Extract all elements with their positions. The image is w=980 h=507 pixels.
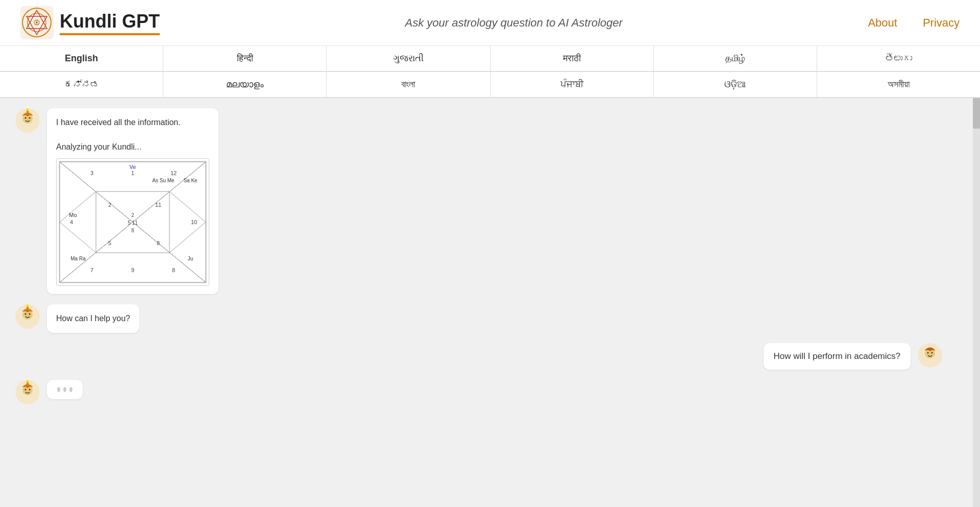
svg-text:1: 1 bbox=[131, 170, 134, 176]
svg-text:5: 5 bbox=[108, 240, 111, 246]
lang-tab-hindi[interactable]: हिन्दी bbox=[163, 46, 327, 71]
svg-text:Mo: Mo bbox=[69, 212, 77, 218]
svg-point-71 bbox=[29, 389, 31, 391]
svg-text:12: 12 bbox=[170, 170, 177, 176]
svg-point-60 bbox=[27, 311, 29, 312]
kundli-chart: 1 12 3 10 4 9 8 7 bbox=[56, 158, 209, 286]
lang-tab-kannada[interactable]: ಕನ್ನಡ bbox=[0, 72, 163, 98]
svg-text:9: 9 bbox=[131, 267, 134, 273]
lang-tab-punjabi[interactable]: ਪੰਜਾਬੀ bbox=[491, 72, 654, 98]
typing-dot-2 bbox=[63, 387, 66, 392]
lang-row-2: ಕನ್ನಡ മലയാളം বাংলা ਪੰਜਾਬੀ ଓଡ଼ିଆ অসমীয়া bbox=[0, 72, 980, 98]
lang-tab-bengali[interactable]: বাংলা bbox=[327, 72, 490, 98]
typing-dot-3 bbox=[69, 387, 72, 392]
typing-dot-1 bbox=[57, 387, 60, 392]
header: Kundli GPT Ask your astrology question t… bbox=[0, 0, 980, 46]
svg-text:10: 10 bbox=[191, 219, 197, 225]
svg-point-12 bbox=[25, 117, 27, 119]
kundli-svg: 1 12 3 10 4 9 8 7 bbox=[59, 161, 207, 283]
svg-text:8: 8 bbox=[131, 228, 134, 233]
svg-point-63 bbox=[927, 352, 929, 354]
about-link[interactable]: About bbox=[868, 16, 897, 30]
chat-messages: I have received all the information. Ana… bbox=[0, 98, 973, 507]
svg-point-58 bbox=[25, 313, 27, 315]
svg-point-69 bbox=[27, 380, 29, 383]
svg-point-14 bbox=[27, 115, 29, 116]
bot-text-1a: I have received all the information. bbox=[56, 116, 209, 129]
svg-text:Sa Ke: Sa Ke bbox=[183, 178, 198, 183]
bot-avatar-1 bbox=[15, 108, 40, 133]
svg-point-57 bbox=[27, 305, 29, 307]
svg-text:8: 8 bbox=[157, 240, 160, 246]
lang-tab-assamese[interactable]: অসমীয়া bbox=[817, 72, 980, 98]
logo-text: Kundli GPT bbox=[60, 11, 160, 35]
svg-point-7 bbox=[36, 22, 38, 23]
svg-text:As Su Me: As Su Me bbox=[152, 178, 175, 183]
lang-tab-english[interactable]: English bbox=[0, 46, 163, 71]
svg-text:4: 4 bbox=[70, 219, 73, 225]
bot-message-1: I have received all the information. Ana… bbox=[15, 108, 260, 294]
bot-avatar-typing bbox=[15, 380, 40, 404]
svg-text:7: 7 bbox=[90, 267, 93, 273]
bot-message-2: How can I help you? bbox=[15, 304, 260, 333]
logo-area: Kundli GPT bbox=[20, 6, 160, 39]
bot-typing bbox=[15, 380, 260, 404]
svg-text:8: 8 bbox=[172, 267, 175, 273]
bot-bubble-2: How can I help you? bbox=[47, 304, 139, 333]
header-nav: About Privacy bbox=[868, 16, 960, 30]
svg-point-65 bbox=[929, 350, 931, 351]
svg-text:Ma Ra: Ma Ra bbox=[70, 256, 86, 261]
svg-text:Ju: Ju bbox=[188, 256, 193, 261]
lang-tab-tamil[interactable]: தமிழ் bbox=[654, 46, 817, 71]
lang-tab-gujarati[interactable]: ગુજરાતી bbox=[327, 46, 490, 71]
lang-tab-telugu[interactable]: తెలుగు bbox=[817, 46, 980, 71]
chat-container: I have received all the information. Ana… bbox=[0, 98, 980, 507]
scrollbar-track[interactable] bbox=[973, 98, 980, 507]
language-tabs: English हिन्दी ગુજરાતી मराठी தமிழ் తెలుగ… bbox=[0, 46, 980, 98]
svg-text:3: 3 bbox=[90, 170, 93, 176]
scrollbar-thumb[interactable] bbox=[973, 98, 980, 129]
lang-row-1: English हिन्दी ગુજરાતી मराठी தமிழ் తెలుగ… bbox=[0, 46, 980, 72]
user-text-1: How will I perform in academics? bbox=[774, 351, 900, 361]
user-message-1: How will I perform in academics? bbox=[764, 343, 942, 370]
lang-tab-malayalam[interactable]: മലയാളം bbox=[163, 72, 327, 98]
lang-tab-odia[interactable]: ଓଡ଼ିଆ bbox=[654, 72, 817, 98]
svg-point-59 bbox=[29, 313, 31, 315]
header-tagline: Ask your astrology question to AI Astrol… bbox=[160, 16, 868, 30]
bot-text-1b: Analyzing your Kundli... bbox=[56, 141, 209, 153]
bot-avatar-2 bbox=[15, 304, 40, 329]
svg-point-11 bbox=[27, 109, 29, 111]
user-bubble-1: How will I perform in academics? bbox=[764, 343, 911, 370]
svg-text:Ve: Ve bbox=[130, 164, 136, 170]
svg-text:2: 2 bbox=[131, 212, 134, 218]
privacy-link[interactable]: Privacy bbox=[923, 16, 960, 30]
svg-text:11: 11 bbox=[155, 202, 161, 208]
svg-point-13 bbox=[29, 117, 31, 119]
lang-tab-marathi[interactable]: मराठी bbox=[491, 46, 654, 71]
user-avatar-1 bbox=[918, 343, 942, 368]
svg-point-64 bbox=[932, 352, 933, 354]
svg-point-72 bbox=[27, 387, 29, 388]
bot-text-2: How can I help you? bbox=[56, 314, 130, 323]
logo-icon bbox=[20, 6, 54, 39]
svg-text:2: 2 bbox=[108, 202, 111, 208]
bot-bubble-1: I have received all the information. Ana… bbox=[47, 108, 218, 294]
svg-point-70 bbox=[25, 389, 27, 391]
typing-bubble bbox=[47, 380, 83, 399]
svg-text:5  11: 5 11 bbox=[128, 220, 138, 226]
